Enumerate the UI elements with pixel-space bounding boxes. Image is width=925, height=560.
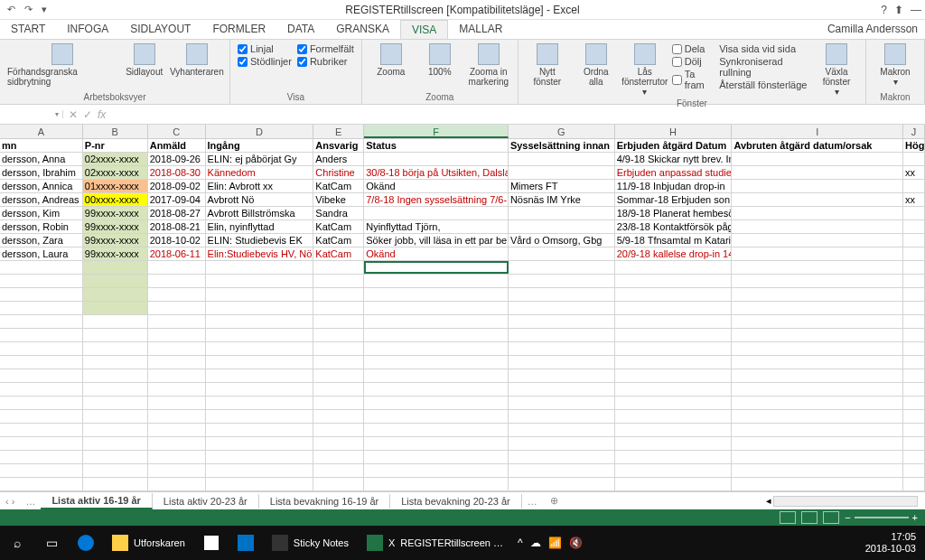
cell[interactable]: [206, 437, 314, 450]
cell[interactable]: [903, 329, 925, 341]
sheet-nav[interactable]: ‹ ›: [0, 496, 20, 507]
tray-wifi-icon[interactable]: 📶: [548, 537, 562, 549]
cell[interactable]: [148, 451, 206, 463]
cell[interactable]: [206, 383, 314, 396]
cell[interactable]: Elin: Avbrott xx: [206, 180, 314, 192]
header-cell[interactable]: Ansvarig: [313, 139, 364, 152]
cell[interactable]: [83, 356, 148, 369]
cell[interactable]: ELIN: ej påbörjat Gy: [206, 153, 314, 165]
tab-data[interactable]: DATA: [276, 20, 325, 39]
cell[interactable]: [206, 397, 314, 409]
cell[interactable]: [903, 424, 925, 436]
cell[interactable]: [0, 451, 83, 463]
cell[interactable]: [903, 234, 925, 247]
tray-cloud-icon[interactable]: ☁: [530, 537, 541, 549]
add-sheet-icon[interactable]: ⊕: [543, 495, 565, 507]
cell[interactable]: [364, 329, 509, 341]
cell[interactable]: [732, 261, 903, 274]
cell[interactable]: [903, 220, 925, 233]
cell[interactable]: [364, 153, 509, 165]
col-A[interactable]: A: [0, 125, 83, 138]
cell[interactable]: [313, 478, 364, 490]
enter-icon[interactable]: ✓: [83, 108, 92, 121]
cell[interactable]: [313, 437, 364, 450]
zoom-button[interactable]: Zooma: [369, 43, 413, 77]
cell[interactable]: [148, 261, 206, 274]
cell[interactable]: [732, 166, 903, 179]
cell[interactable]: [313, 424, 364, 436]
cell[interactable]: [732, 464, 903, 477]
cell[interactable]: [83, 342, 148, 355]
cell[interactable]: [732, 410, 903, 423]
cell[interactable]: dersson, Robin: [0, 220, 83, 233]
cell[interactable]: 99xxxx-xxxx: [83, 247, 148, 260]
cell[interactable]: [732, 369, 903, 382]
cell[interactable]: [732, 424, 903, 436]
cell[interactable]: [364, 437, 509, 450]
cell[interactable]: [903, 247, 925, 260]
cell[interactable]: [732, 275, 903, 287]
cell[interactable]: [313, 329, 364, 341]
cell[interactable]: [903, 478, 925, 490]
cell[interactable]: [615, 410, 733, 423]
tab-visa[interactable]: VISA: [400, 20, 448, 39]
system-tray[interactable]: ^ ☁ 📶 🔇: [512, 537, 588, 549]
cell[interactable]: [0, 302, 83, 314]
cell[interactable]: [732, 397, 903, 409]
cell[interactable]: [509, 261, 615, 274]
cell[interactable]: [148, 342, 206, 355]
cell[interactable]: 99xxxx-xxxx: [83, 207, 148, 219]
view-manager-button[interactable]: Vyhanteraren: [172, 43, 222, 77]
cell[interactable]: [732, 247, 903, 260]
cell[interactable]: [0, 464, 83, 477]
cell[interactable]: Söker jobb, vill läsa in ett par be: [364, 234, 509, 247]
col-B[interactable]: B: [83, 125, 148, 138]
cancel-icon[interactable]: ✕: [69, 108, 78, 121]
cell[interactable]: 02xxxx-xxxx: [83, 166, 148, 179]
cell[interactable]: [903, 302, 925, 314]
cell[interactable]: [83, 451, 148, 463]
cell[interactable]: dersson, Zara: [0, 234, 83, 247]
tab-infoga[interactable]: INFOGA: [56, 20, 119, 39]
cell[interactable]: [903, 410, 925, 423]
header-cell[interactable]: Anmäld: [148, 139, 206, 152]
col-G[interactable]: G: [509, 125, 615, 138]
tray-up-icon[interactable]: ^: [518, 537, 523, 549]
cell[interactable]: [206, 451, 314, 463]
cell[interactable]: KatCam: [313, 247, 364, 260]
sheet-4[interactable]: Lista bevakning 20-23 år: [390, 494, 521, 509]
cell[interactable]: [903, 153, 925, 165]
preview-pagebreak-button[interactable]: Förhandsgranska sidbrytning: [7, 43, 117, 87]
cell[interactable]: [206, 464, 314, 477]
header-cell[interactable]: mn: [0, 139, 83, 152]
cell[interactable]: Erbjuden anpassad studiegång Nösnäs: [615, 166, 733, 179]
cell[interactable]: [903, 464, 925, 477]
cell[interactable]: [509, 451, 615, 463]
cell[interactable]: Mimers FT: [509, 180, 615, 192]
chk-gridlines[interactable]: Stödlinjer: [238, 56, 292, 67]
cell[interactable]: Elin, nyinflyttad: [206, 220, 314, 233]
cell[interactable]: [364, 342, 509, 355]
cell[interactable]: [0, 329, 83, 341]
clock[interactable]: 17:05 2018-10-03: [856, 529, 925, 556]
header-cell[interactable]: Erbjuden åtgärd Datum: [615, 139, 733, 152]
sheet-more[interactable]: …: [20, 496, 41, 507]
cell[interactable]: Elin:Studiebevis HV, Nö: [206, 247, 314, 260]
cell[interactable]: [732, 383, 903, 396]
cell[interactable]: [313, 261, 364, 274]
cell[interactable]: [148, 275, 206, 287]
cell[interactable]: 2018-08-30: [148, 166, 206, 179]
qat-undo[interactable]: ↶: [4, 4, 19, 15]
cell[interactable]: [615, 369, 733, 382]
cell[interactable]: [903, 261, 925, 274]
cell[interactable]: [83, 369, 148, 382]
cell[interactable]: [206, 369, 314, 382]
cell[interactable]: Kännedom: [206, 166, 314, 179]
cell[interactable]: [0, 397, 83, 409]
cell[interactable]: [83, 437, 148, 450]
cell[interactable]: [732, 288, 903, 301]
cell[interactable]: Sandra: [313, 207, 364, 219]
zoom-selection-button[interactable]: Zooma inmarkering: [467, 43, 510, 87]
btn-sync-scroll[interactable]: Synkroniserad rullning: [719, 56, 809, 78]
cell[interactable]: [364, 424, 509, 436]
